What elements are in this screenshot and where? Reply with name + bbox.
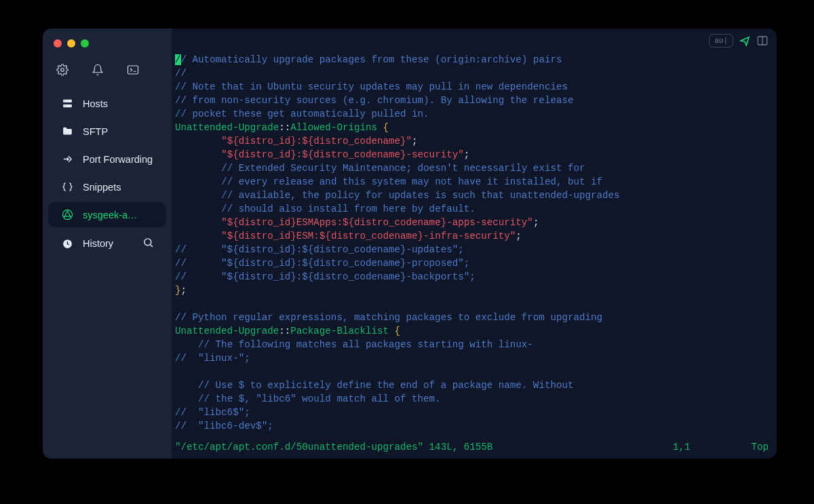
- sidebar-item-label: Hosts: [83, 98, 108, 109]
- sidebar-item-label: sysgeek-a…: [83, 210, 138, 220]
- braces-icon: [62, 181, 73, 193]
- sidebar-item-sftp[interactable]: SFTP: [48, 119, 166, 144]
- clock-icon: [62, 238, 73, 250]
- split-pane-icon[interactable]: [756, 35, 769, 47]
- sidebar-toolbar: [43, 60, 172, 90]
- gear-icon[interactable]: [56, 64, 69, 79]
- window-controls: [43, 35, 172, 60]
- ubuntu-icon: [62, 209, 73, 220]
- vim-status-line: "/etc/apt/apt.conf.d/50unattended-upgrad…: [175, 440, 769, 454]
- svg-point-8: [64, 216, 66, 218]
- sidebar-item-snippets[interactable]: Snippets: [48, 174, 166, 199]
- sidebar-item-session[interactable]: sysgeek-a…: [48, 202, 166, 227]
- forward-icon: [62, 153, 73, 165]
- svg-point-5: [64, 105, 65, 106]
- svg-point-12: [144, 239, 151, 246]
- pane-header-controls: au|: [709, 34, 769, 47]
- svg-point-7: [66, 210, 69, 212]
- status-filename: "/etc/apt/apt.conf.d/50unattended-upgrad…: [175, 440, 492, 454]
- svg-point-10: [66, 213, 70, 217]
- sidebar-item-port-forwarding[interactable]: Port Forwarding: [48, 147, 166, 172]
- svg-rect-1: [128, 66, 138, 74]
- sidebar-item-label: SFTP: [83, 126, 108, 137]
- folder-icon: [62, 125, 73, 137]
- editor-content[interactable]: // Automatically upgrade packages from t…: [175, 53, 773, 433]
- sidebar-item-label: History: [83, 238, 113, 249]
- sidebar-item-history[interactable]: History: [48, 230, 166, 257]
- svg-point-9: [70, 216, 72, 218]
- auth-badge[interactable]: au|: [709, 34, 733, 47]
- share-icon[interactable]: [739, 35, 751, 47]
- status-scroll: Top: [751, 440, 769, 454]
- sidebar-item-label: Port Forwarding: [83, 154, 153, 165]
- svg-point-4: [64, 100, 65, 101]
- sidebar-item-label: Snippets: [83, 182, 121, 193]
- sidebar-item-hosts[interactable]: Hosts: [48, 91, 166, 116]
- svg-point-0: [61, 69, 64, 72]
- close-window-button[interactable]: [54, 39, 62, 47]
- status-cursor-position: 1,1: [673, 440, 691, 454]
- search-icon[interactable]: [142, 237, 154, 250]
- bell-icon[interactable]: [92, 64, 104, 79]
- terminal-icon[interactable]: [127, 64, 139, 79]
- app-window: Hosts SFTP Port Forwarding Snippets sysg…: [43, 28, 777, 459]
- terminal-pane[interactable]: au| // Automatically upgrade packages fr…: [172, 28, 777, 459]
- server-icon: [62, 98, 73, 109]
- minimize-window-button[interactable]: [67, 39, 75, 47]
- zoom-window-button[interactable]: [81, 39, 89, 47]
- sidebar: Hosts SFTP Port Forwarding Snippets sysg…: [43, 28, 172, 459]
